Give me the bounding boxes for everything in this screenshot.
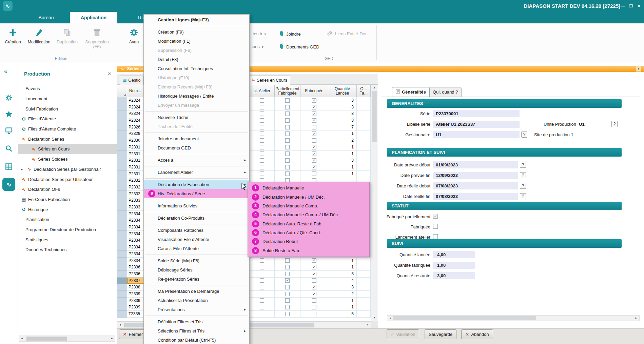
menu-item[interactable]: Actualiser la Présentation — [144, 296, 249, 305]
row-selector[interactable] — [117, 184, 127, 191]
checkbox[interactable] — [312, 298, 316, 303]
production-module-icon[interactable] — [2, 178, 15, 191]
checkbox[interactable] — [312, 165, 316, 169]
col-header-atelier[interactable]: ct. Atelier — [250, 85, 275, 97]
close-icon[interactable] — [108, 71, 111, 76]
checkbox[interactable] — [285, 118, 290, 123]
cell-fabriquee[interactable] — [300, 284, 328, 291]
sidebar-h-scrollbar[interactable] — [19, 336, 115, 342]
checkbox[interactable] — [285, 98, 290, 103]
cell-fabriquee[interactable] — [300, 258, 328, 264]
checkbox[interactable] — [285, 165, 290, 169]
cell-affect-atelier[interactable] — [250, 264, 275, 271]
checkbox[interactable] — [285, 312, 290, 316]
monitor-icon[interactable] — [5, 126, 13, 135]
menu-item[interactable]: Condition par Défaut (Ctrl-F5) — [144, 336, 249, 344]
date-field[interactable]: 12/09/2023 — [433, 172, 518, 179]
row-selector[interactable] — [117, 264, 127, 271]
menu-item[interactable]: Documents GED — [144, 143, 249, 153]
row-selector[interactable] — [117, 204, 127, 211]
cell-partiellement-fabriquee[interactable] — [275, 117, 300, 124]
cell-fabriquee[interactable] — [300, 291, 328, 298]
menu-item[interactable]: Joindre un document — [144, 134, 249, 143]
cell-partiellement-fabriquee[interactable] — [275, 171, 300, 178]
cell-affect-atelier[interactable] — [250, 104, 275, 111]
checkbox[interactable] — [260, 258, 264, 263]
help-button[interactable] — [520, 162, 526, 168]
cell-fabriquee[interactable] — [300, 110, 328, 117]
help-button[interactable] — [520, 193, 526, 199]
menu-item[interactable]: Informations Suivies — [144, 201, 249, 210]
checkbox[interactable] — [285, 258, 290, 263]
checkbox[interactable] — [285, 145, 290, 149]
menu-item[interactable]: Accès à — [144, 156, 249, 165]
row-selector[interactable] — [117, 278, 127, 284]
checkbox[interactable] — [260, 131, 264, 136]
panel-h-scrollbar[interactable] — [387, 315, 640, 321]
tree-item[interactable]: Files d'Attente — [18, 114, 117, 124]
scrollbar-thumb[interactable] — [26, 337, 67, 341]
row-selector[interactable] — [117, 284, 127, 291]
scroll-right-icon[interactable] — [109, 336, 115, 341]
tree-item[interactable]: Déclaration Séries par Gestionnair — [18, 164, 117, 175]
cell-partiellement-fabriquee[interactable] — [275, 97, 300, 104]
partial-dropdown-top[interactable]: tes à — [253, 31, 266, 36]
ribbon-tab[interactable]: Application — [70, 12, 117, 23]
cell-partiellement-fabriquee[interactable] — [275, 144, 300, 151]
checkbox[interactable] — [312, 151, 316, 156]
quantite-field[interactable]: 1,00 — [433, 262, 475, 269]
row-selector[interactable] — [117, 271, 127, 278]
help-button[interactable] — [520, 172, 526, 178]
scroll-left-icon[interactable] — [387, 316, 393, 321]
scroll-down-icon[interactable] — [371, 315, 377, 321]
corner-cell[interactable] — [117, 85, 127, 97]
quantite-field[interactable]: 3,00 — [433, 272, 475, 279]
checkbox[interactable] — [260, 272, 264, 276]
checkbox[interactable] — [285, 278, 290, 283]
date-field[interactable]: 07/08/2023 — [433, 193, 518, 200]
joindre-button[interactable]: Joindre — [278, 30, 301, 38]
col-header-quantite-lancee[interactable]: QuantitéLancée — [328, 85, 357, 97]
checkbox[interactable] — [312, 258, 316, 263]
cell-affect-atelier[interactable] — [250, 164, 275, 171]
cell-fabriquee[interactable] — [300, 97, 328, 104]
checkbox[interactable] — [285, 112, 290, 116]
row-selector[interactable] — [117, 130, 127, 137]
row-selector[interactable] — [117, 291, 127, 298]
tree-item[interactable]: Séries en Cours — [18, 144, 117, 154]
checkbox[interactable] — [312, 171, 316, 176]
grid-v-scrollbar[interactable] — [371, 85, 378, 321]
cell-partiellement-fabriquee[interactable] — [275, 151, 300, 158]
documents-ged-button[interactable]: Documents GED — [278, 43, 319, 51]
cell-partiellement-fabriquee[interactable] — [275, 284, 300, 291]
cell-fabriquee[interactable] — [300, 130, 328, 137]
close-icon[interactable] — [637, 4, 641, 8]
unite-production-value[interactable]: U1 — [579, 121, 585, 128]
menu-item[interactable]: 9 His. Déclarations / Série — [144, 189, 249, 198]
cell-affect-atelier[interactable] — [250, 258, 275, 264]
checkbox[interactable] — [312, 265, 316, 269]
checkbox[interactable] — [433, 224, 438, 229]
cell-fabriquee[interactable] — [300, 164, 328, 171]
sauvegarde-button[interactable]: Sauvegarde — [425, 329, 456, 339]
menu-item[interactable]: Déblocage Séries — [144, 265, 249, 275]
cell-partiellement-fabriquee[interactable] — [275, 124, 300, 131]
submenu-item[interactable]: 3 Déclaration Manuelle Comp. — [248, 202, 369, 209]
checkbox[interactable] — [312, 131, 316, 136]
checkbox[interactable] — [433, 214, 438, 219]
checkbox[interactable] — [285, 272, 290, 276]
menu-item[interactable]: Caract. File d'Attente — [144, 244, 249, 253]
cell-affect-atelier[interactable] — [250, 171, 275, 178]
checkbox[interactable] — [285, 138, 290, 143]
checkbox[interactable] — [312, 118, 316, 123]
cell-affect-atelier[interactable] — [250, 117, 275, 124]
checkbox[interactable] — [312, 105, 316, 109]
checkbox[interactable] — [312, 158, 316, 163]
tree-item[interactable]: Données Techniques — [18, 245, 117, 255]
menu-item[interactable]: Visualisation File d'Attente — [144, 235, 249, 244]
row-selector[interactable] — [117, 217, 127, 224]
checkbox[interactable] — [285, 105, 290, 109]
menu-item[interactable]: Solde Série (Maj+F6) — [144, 256, 249, 265]
cell-affect-atelier[interactable] — [250, 151, 275, 158]
tree-item[interactable]: Suivi Fabrication — [18, 104, 117, 114]
